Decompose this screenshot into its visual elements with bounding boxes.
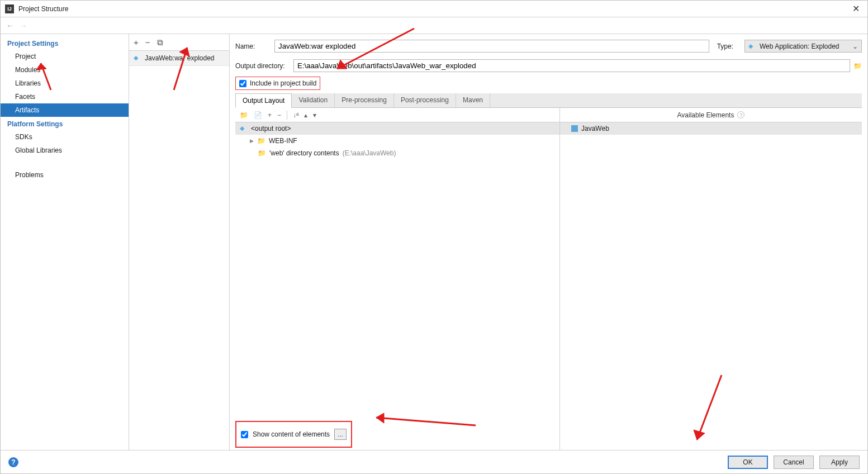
folder-browse-icon[interactable]: 📁: [853, 62, 862, 70]
name-row: Name: Type: Web Application: Exploded ⌄: [235, 40, 862, 53]
tab-validation[interactable]: Validation: [292, 93, 335, 107]
sidebar-section-project: Project Settings: [1, 36, 129, 50]
outdir-label: Output directory:: [235, 62, 293, 70]
expand-icon[interactable]: ▴: [304, 111, 307, 119]
layout-split: 📁 📄 + − ↓ª ▴ ▾ <output root> ▶ 📁 WEB-IN: [235, 108, 862, 450]
sidebar-item-artifacts[interactable]: Artifacts: [1, 103, 129, 117]
available-header-label: Available Elements: [677, 111, 734, 119]
type-value: Web Application: Exploded: [760, 42, 839, 50]
dialog-buttons: ? OK Cancel Apply: [1, 450, 867, 473]
back-icon[interactable]: ←: [6, 21, 14, 30]
chevron-down-icon: ⌄: [852, 42, 858, 50]
sidebar-section-platform: Platform Settings: [1, 117, 129, 130]
artifact-icon: [134, 54, 141, 62]
name-label: Name:: [235, 42, 274, 50]
folder-icon: 📁: [258, 149, 266, 157]
show-content-label: Show content of elements: [253, 430, 330, 438]
tree-row-webinf[interactable]: ▶ 📁 WEB-INF: [235, 135, 559, 147]
layout-toolbar: 📁 📄 + − ↓ª ▴ ▾: [235, 108, 559, 122]
tree-root-row[interactable]: <output root>: [235, 122, 559, 135]
sidebar-item-problems[interactable]: Problems: [1, 168, 129, 182]
window-title: Project Structure: [18, 5, 849, 13]
include-build-row: Include in project build: [235, 77, 320, 90]
titlebar: IJ Project Structure ✕: [1, 1, 867, 17]
help-hint-icon[interactable]: ?: [737, 111, 744, 118]
forward-icon[interactable]: →: [20, 21, 27, 30]
tree-webdir-path: (E:\aaa\JavaWeb): [343, 149, 396, 157]
artifact-list-column: + − ⧉ JavaWeb:war exploded: [129, 34, 230, 450]
tree-root-label: <output root>: [251, 125, 291, 132]
tab-maven[interactable]: Maven: [456, 93, 490, 107]
tree-webinf-label: WEB-INF: [269, 137, 297, 145]
tree-webdir-label: 'web' directory contents: [269, 149, 339, 157]
add-copy-icon[interactable]: +: [268, 111, 272, 119]
include-build-checkbox[interactable]: [239, 80, 246, 87]
sidebar-item-sdks[interactable]: SDKs: [1, 130, 129, 144]
type-select[interactable]: Web Application: Exploded ⌄: [744, 40, 862, 53]
intellij-icon: IJ: [5, 4, 14, 13]
help-icon[interactable]: ?: [8, 457, 18, 467]
outdir-row: Output directory: 📁: [235, 59, 862, 72]
close-icon[interactable]: ✕: [849, 3, 863, 14]
root-icon: [240, 125, 248, 132]
folder-icon: 📁: [257, 137, 265, 145]
tree-empty-area: [235, 159, 559, 416]
artifact-item[interactable]: JavaWeb:war exploded: [129, 51, 229, 66]
new-file-icon[interactable]: 📄: [254, 111, 262, 119]
sidebar-item-global-libraries[interactable]: Global Libraries: [1, 144, 129, 157]
available-header: Available Elements ?: [560, 108, 862, 122]
cancel-button[interactable]: Cancel: [774, 456, 814, 469]
module-icon: [571, 125, 578, 132]
include-build-label: Include in project build: [250, 79, 316, 87]
available-module-row[interactable]: JavaWeb: [560, 122, 862, 135]
remove-copy-icon[interactable]: −: [277, 111, 281, 119]
sidebar-item-project[interactable]: Project: [1, 50, 129, 63]
apply-button[interactable]: Apply: [819, 456, 860, 469]
sidebar-item-libraries[interactable]: Libraries: [1, 77, 129, 90]
ok-button[interactable]: OK: [728, 456, 768, 469]
sidebar: Project Settings Project Modules Librari…: [1, 34, 129, 450]
show-content-row: Show content of elements …: [235, 421, 352, 448]
show-content-checkbox[interactable]: [241, 431, 248, 438]
available-elements-panel: Available Elements ? JavaWeb: [560, 108, 862, 450]
show-content-config-button[interactable]: …: [334, 429, 347, 440]
artifact-toolbar: + − ⧉: [129, 34, 229, 51]
artifact-detail: Name: Type: Web Application: Exploded ⌄ …: [230, 34, 867, 450]
remove-icon[interactable]: −: [145, 37, 150, 47]
collapse-icon[interactable]: ▾: [313, 111, 316, 119]
separator: [287, 111, 287, 120]
outdir-input[interactable]: [293, 59, 850, 72]
type-artifact-icon: [748, 42, 756, 50]
tab-postprocessing[interactable]: Post-processing: [394, 93, 456, 107]
name-input[interactable]: [274, 40, 709, 53]
available-module-label: JavaWeb: [581, 125, 609, 132]
sort-icon[interactable]: ↓ª: [293, 111, 298, 119]
copy-icon[interactable]: ⧉: [157, 37, 163, 48]
detail-tabs: Output Layout Validation Pre-processing …: [235, 93, 862, 108]
artifact-item-label: JavaWeb:war exploded: [145, 54, 215, 62]
sidebar-item-modules[interactable]: Modules: [1, 63, 129, 77]
tree-row-webdir[interactable]: 📁 'web' directory contents (E:\aaa\JavaW…: [235, 147, 559, 159]
layout-tree-panel: 📁 📄 + − ↓ª ▴ ▾ <output root> ▶ 📁 WEB-IN: [235, 108, 560, 450]
add-icon[interactable]: +: [134, 37, 139, 47]
sidebar-item-facets[interactable]: Facets: [1, 90, 129, 103]
main-area: Project Settings Project Modules Librari…: [1, 34, 867, 450]
tab-output-layout[interactable]: Output Layout: [235, 93, 292, 108]
chevron-right-icon: ▶: [250, 138, 254, 144]
nav-row: ← →: [1, 17, 867, 34]
tab-preprocessing[interactable]: Pre-processing: [335, 93, 394, 107]
type-label: Type:: [717, 42, 739, 50]
new-folder-icon[interactable]: 📁: [240, 111, 248, 119]
